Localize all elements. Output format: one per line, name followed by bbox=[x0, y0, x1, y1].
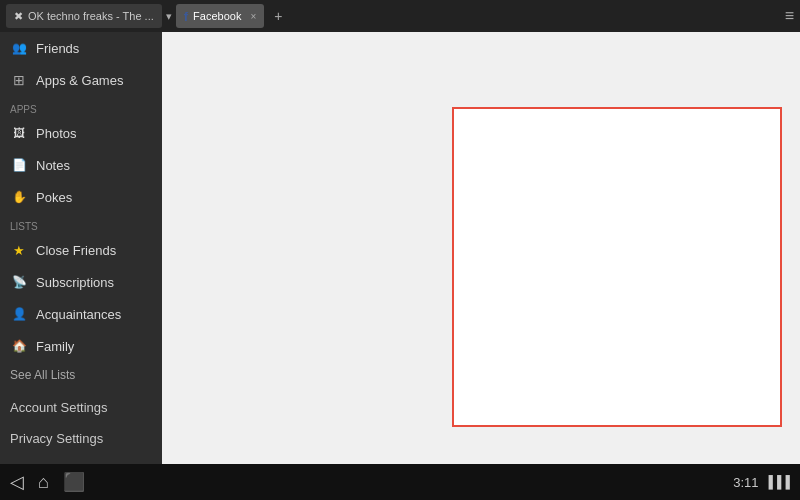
privacy-settings-label: Privacy Settings bbox=[10, 431, 103, 446]
sidebar: Friends Apps & Games APPS Photos Notes P… bbox=[0, 32, 162, 464]
tab-facebook-label: Facebook bbox=[193, 10, 241, 22]
tab-new-button[interactable]: + bbox=[268, 4, 288, 28]
sidebar-item-friends[interactable]: Friends bbox=[0, 32, 162, 64]
sidebar-item-notes-label: Notes bbox=[36, 158, 70, 173]
section-lists-label: LISTS bbox=[0, 217, 162, 234]
sidebar-item-notes[interactable]: Notes bbox=[0, 149, 162, 181]
sidebar-item-family[interactable]: Family bbox=[0, 330, 162, 362]
sidebar-item-subscriptions[interactable]: Subscriptions bbox=[0, 266, 162, 298]
subscriptions-icon bbox=[10, 273, 28, 291]
section-apps-label: APPS bbox=[0, 100, 162, 117]
sidebar-item-acquaintances-label: Acquaintances bbox=[36, 307, 121, 322]
home-button[interactable]: ⌂ bbox=[38, 472, 49, 493]
friends-icon bbox=[10, 39, 28, 57]
family-icon bbox=[10, 337, 28, 355]
back-button[interactable]: ◁ bbox=[10, 471, 24, 493]
sidebar-item-photos[interactable]: Photos bbox=[0, 117, 162, 149]
tab-ok-techno-label: OK techno freaks - The ... bbox=[28, 10, 154, 22]
home-icon: ⌂ bbox=[38, 472, 49, 492]
pokes-icon bbox=[10, 188, 28, 206]
top-bar: ✖ OK techno freaks - The ... ▾ f Faceboo… bbox=[0, 0, 800, 32]
sidebar-item-privacy-settings[interactable]: Privacy Settings bbox=[0, 423, 162, 454]
sidebar-item-apps-games[interactable]: Apps & Games bbox=[0, 64, 162, 96]
tab-dropdown-arrow[interactable]: ▾ bbox=[166, 10, 172, 23]
sidebar-item-family-label: Family bbox=[36, 339, 74, 354]
apps-overview-icon: ⬛ bbox=[63, 472, 85, 492]
see-all-lists[interactable]: See All Lists bbox=[0, 362, 162, 388]
photos-icon bbox=[10, 124, 28, 142]
apps-overview-button[interactable]: ⬛ bbox=[63, 471, 85, 493]
menu-icon: ≡ bbox=[785, 7, 794, 24]
tab-ok-techno[interactable]: ✖ OK techno freaks - The ... bbox=[6, 4, 162, 28]
tab-ok-techno-icon: ✖ bbox=[14, 10, 23, 23]
tab-new-icon: + bbox=[274, 8, 282, 24]
tab-facebook[interactable]: f Facebook × bbox=[176, 4, 265, 28]
sidebar-item-photos-label: Photos bbox=[36, 126, 76, 141]
main-area: Friends Apps & Games APPS Photos Notes P… bbox=[0, 32, 800, 464]
close-friends-icon bbox=[10, 241, 28, 259]
sidebar-item-pokes-label: Pokes bbox=[36, 190, 72, 205]
bottom-bar: ◁ ⌂ ⬛ 3:11 ▐▐▐ bbox=[0, 464, 800, 500]
menu-button[interactable]: ≡ bbox=[785, 7, 794, 25]
notes-icon bbox=[10, 156, 28, 174]
back-icon: ◁ bbox=[10, 472, 24, 492]
red-bordered-box bbox=[452, 107, 782, 427]
sidebar-item-friends-label: Friends bbox=[36, 41, 79, 56]
status-bar: 3:11 ▐▐▐ bbox=[733, 475, 790, 490]
signal-icon: ▐▐▐ bbox=[764, 475, 790, 489]
sidebar-item-pokes[interactable]: Pokes bbox=[0, 181, 162, 213]
sidebar-item-help-center[interactable]: Help Center bbox=[0, 454, 162, 464]
sidebar-item-close-friends-label: Close Friends bbox=[36, 243, 116, 258]
apps-icon bbox=[10, 71, 28, 89]
sidebar-item-subscriptions-label: Subscriptions bbox=[36, 275, 114, 290]
content-area bbox=[162, 32, 800, 464]
sidebar-item-account-settings[interactable]: Account Settings bbox=[0, 392, 162, 423]
acquaintances-icon bbox=[10, 305, 28, 323]
facebook-icon: f bbox=[184, 9, 188, 24]
tab-facebook-close[interactable]: × bbox=[250, 11, 256, 22]
sidebar-item-close-friends[interactable]: Close Friends bbox=[0, 234, 162, 266]
sidebar-item-apps-games-label: Apps & Games bbox=[36, 73, 123, 88]
sidebar-item-acquaintances[interactable]: Acquaintances bbox=[0, 298, 162, 330]
account-settings-label: Account Settings bbox=[10, 400, 108, 415]
time-display: 3:11 bbox=[733, 475, 758, 490]
